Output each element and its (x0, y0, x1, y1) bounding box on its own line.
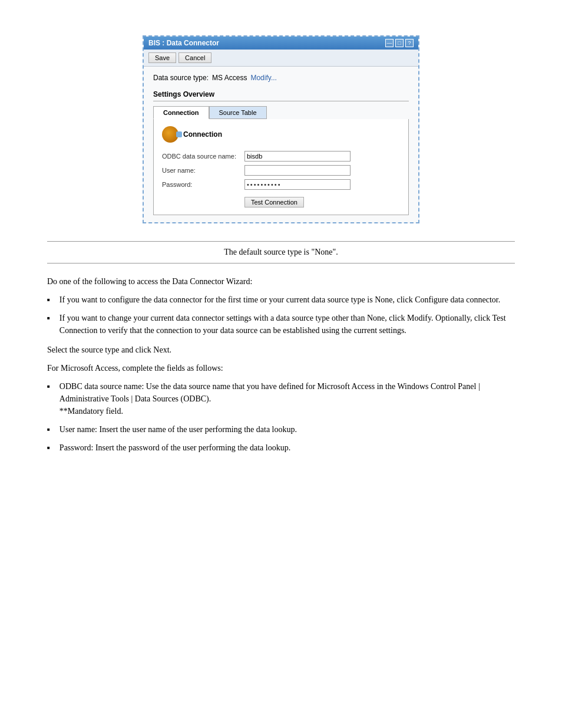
dialog-body: Data source type: MS Access Modify... Se… (144, 67, 418, 222)
datasource-value: MS Access (212, 74, 247, 82)
list-item-text: ODBC data source name: Use the data sour… (59, 380, 515, 417)
dialog-screenshot: BIS : Data Connector — □ ? Save Cancel D… (47, 35, 515, 223)
bullet-list-2: ODBC data source name: Use the data sour… (47, 380, 515, 454)
tab-connection[interactable]: Connection (153, 106, 209, 119)
password-row: Password: (162, 179, 400, 190)
bullet-list-1: If you want to configure the data connec… (47, 294, 515, 337)
dialog-titlebar: BIS : Data Connector — □ ? (144, 37, 418, 50)
minimize-button[interactable]: — (385, 39, 394, 47)
dialog-title: BIS : Data Connector (148, 39, 219, 47)
intro-paragraph: Do one of the following to access the Da… (47, 275, 515, 288)
tab-source-table[interactable]: Source Table (209, 106, 267, 119)
datasource-row: Data source type: MS Access Modify... (153, 74, 409, 82)
username-input[interactable] (244, 165, 351, 176)
bis-dialog: BIS : Data Connector — □ ? Save Cancel D… (143, 35, 419, 223)
connection-header: Connection (162, 126, 400, 143)
datasource-label: Data source type: (153, 74, 209, 82)
connection-icon (162, 126, 178, 143)
password-input[interactable] (244, 179, 351, 190)
note-box: The default source type is "None". (47, 241, 515, 263)
list-item: User name: Insert the user name of the u… (47, 423, 515, 436)
note-text: The default source type is "None". (224, 248, 338, 256)
dialog-toolbar: Save Cancel (144, 50, 418, 67)
odbc-input[interactable] (244, 151, 351, 162)
list-item: If you want to change your current data … (47, 312, 515, 337)
save-button[interactable]: Save (148, 52, 176, 63)
modify-link[interactable]: Modify... (250, 74, 276, 82)
titlebar-controls: — □ ? (385, 39, 414, 47)
paragraph-access: For Microsoft Access, complete the field… (47, 362, 515, 374)
restore-button[interactable]: □ (395, 39, 404, 47)
odbc-label: ODBC data source name: (162, 153, 244, 160)
list-item-text: If you want to configure the data connec… (59, 294, 500, 306)
odbc-row: ODBC data source name: (162, 151, 400, 162)
connection-section-label: Connection (183, 130, 222, 139)
list-item: ODBC data source name: Use the data sour… (47, 380, 515, 417)
list-item-text: User name: Insert the user name of the u… (59, 423, 297, 436)
tabs-row: Connection Source Table (153, 106, 409, 119)
username-row: User name: (162, 165, 400, 176)
settings-overview-label: Settings Overview (153, 90, 409, 101)
cancel-button[interactable]: Cancel (178, 52, 211, 63)
list-item-text: If you want to change your current data … (59, 312, 515, 337)
list-item: Password: Insert the password of the use… (47, 442, 515, 454)
test-connection-button[interactable]: Test Connection (244, 197, 304, 207)
paragraph-next: Select the source type and click Next. (47, 344, 515, 356)
list-item-text: Password: Insert the password of the use… (59, 442, 290, 454)
password-label: Password: (162, 181, 244, 188)
tab-content: Connection ODBC data source name: User n… (153, 119, 409, 215)
list-item: If you want to configure the data connec… (47, 294, 515, 306)
help-button[interactable]: ? (405, 39, 414, 47)
username-label: User name: (162, 167, 244, 174)
